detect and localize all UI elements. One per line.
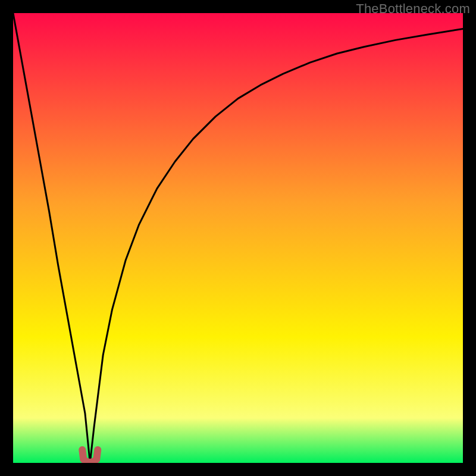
bottleneck-svg	[13, 13, 463, 463]
chart-frame: TheBottleneck.com	[0, 0, 476, 476]
gradient-background	[13, 13, 463, 463]
plot-area	[13, 13, 463, 463]
